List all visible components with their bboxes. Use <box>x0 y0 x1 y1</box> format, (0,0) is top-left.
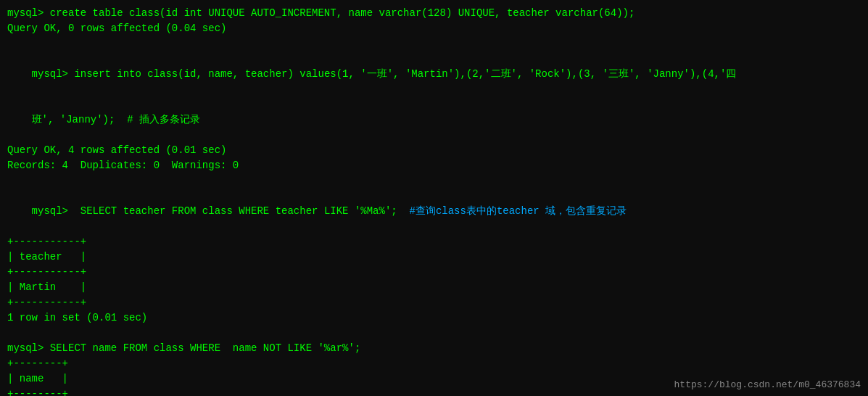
line-5: 班', 'Janny'); # 插入多条记录 <box>7 97 861 143</box>
table1-header: | teacher | <box>7 249 861 265</box>
continuation-text: 班', 'Janny'); # 插入多条记录 <box>32 114 200 125</box>
table1-data-martin: | Martin | <box>7 280 861 295</box>
terminal-window: mysql> create table class(id int UNIQUE … <box>7 6 861 390</box>
line-7: Records: 4 Duplicates: 0 Warnings: 0 <box>7 158 861 173</box>
line-2: Query OK, 0 rows affected (0.04 sec) <box>7 21 861 36</box>
table1-top-border: +-----------+ <box>7 234 861 249</box>
table1-mid-border: +-----------+ <box>7 265 861 280</box>
table1-bottom-border: +-----------+ <box>7 295 861 310</box>
line-1: mysql> create table class(id int UNIQUE … <box>7 6 861 21</box>
line-8 <box>7 173 861 189</box>
watermark: https://blog.csdn.net/m0_46376834 <box>674 379 861 390</box>
select-teacher-prompt: mysql> SELECT teacher FROM class WHERE t… <box>32 205 397 217</box>
line-3 <box>7 36 861 51</box>
line-result-1row: 1 row in set (0.01 sec) <box>7 310 861 326</box>
line-select-name: mysql> SELECT name FROM class WHERE name… <box>7 341 861 356</box>
table2-top-border: +--------+ <box>7 356 861 371</box>
line-empty2 <box>7 326 861 341</box>
line-4: mysql> insert into class(id, name, teach… <box>7 51 861 97</box>
line-6: Query OK, 4 rows affected (0.01 sec) <box>7 143 861 158</box>
select-teacher-comment: #查询class表中的teacher 域，包含重复记录 <box>397 205 627 217</box>
prompt-text-4: mysql> insert into class(id, name, teach… <box>32 68 737 80</box>
line-9: mysql> SELECT teacher FROM class WHERE t… <box>7 189 861 234</box>
